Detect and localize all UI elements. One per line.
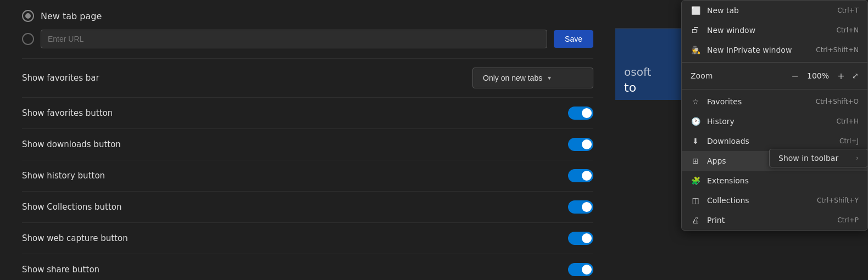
new-tab-icon: ⬜ xyxy=(691,5,700,15)
toggle-knob xyxy=(582,265,592,275)
show-web-capture-button-row: Show web capture button xyxy=(22,222,593,254)
show-collections-button-label: Show Collections button xyxy=(22,202,122,212)
menu-item-inprivate[interactable]: 🕵 New InPrivate window Ctrl+Shift+N xyxy=(682,40,867,60)
toggle-knob xyxy=(582,202,592,212)
history-button-toggle[interactable] xyxy=(568,169,593,182)
new-window-shortcut: Ctrl+N xyxy=(837,26,859,34)
show-share-button-label: Show share button xyxy=(22,265,99,275)
show-history-button-label: Show history button xyxy=(22,171,105,181)
settings-panel: New tab page Save Show favorites bar Onl… xyxy=(0,0,615,280)
favorites-bar-dropdown[interactable]: Only on new tabs ▾ xyxy=(472,68,593,88)
downloads-button-toggle[interactable] xyxy=(568,138,593,151)
new-tab-label: New tab page xyxy=(41,11,102,21)
print-menu-label: Print xyxy=(707,216,831,225)
collections-shortcut: Ctrl+Shift+Y xyxy=(817,197,859,204)
print-shortcut: Ctrl+P xyxy=(837,216,859,224)
favorites-button-toggle[interactable] xyxy=(568,107,593,120)
chevron-down-icon: ▾ xyxy=(548,74,551,82)
new-window-icon: 🗗 xyxy=(691,25,700,35)
inprivate-shortcut: Ctrl+Shift+N xyxy=(816,46,859,54)
menu-divider-2 xyxy=(682,89,867,89)
menu-item-favorites[interactable]: ☆ Favorites Ctrl+Shift+O xyxy=(682,92,867,111)
show-downloads-button-row: Show downloads button xyxy=(22,128,593,160)
show-favorites-bar-row: Show favorites bar Only on new tabs ▾ xyxy=(22,58,593,97)
toggle-knob xyxy=(582,108,592,118)
show-in-toolbar-label: Show in toolbar xyxy=(778,154,838,163)
extensions-menu-label: Extensions xyxy=(707,176,859,185)
apps-icon: ⊞ xyxy=(691,156,700,166)
new-window-menu-label: New window xyxy=(707,26,830,35)
collections-icon: ◫ xyxy=(691,195,700,205)
show-web-capture-button-label: Show web capture button xyxy=(22,233,128,243)
context-menu: ⬜ New tab Ctrl+T 🗗 New window Ctrl+N 🕵 N… xyxy=(681,0,868,231)
new-tab-row: New tab page xyxy=(22,0,593,30)
url-row: Save xyxy=(22,30,593,58)
zoom-plus-button[interactable]: + xyxy=(834,69,848,82)
toggle-knob xyxy=(582,171,592,181)
show-favorites-button-label: Show favorites button xyxy=(22,108,113,118)
menu-divider-1 xyxy=(682,62,867,63)
favorites-shortcut: Ctrl+Shift+O xyxy=(816,98,859,105)
downloads-icon: ⬇ xyxy=(691,136,700,146)
zoom-label: Zoom xyxy=(691,71,784,80)
favorites-icon: ☆ xyxy=(691,97,700,107)
save-button[interactable]: Save xyxy=(554,30,593,48)
zoom-percent-value: 100% xyxy=(806,71,830,80)
collections-menu-label: Collections xyxy=(707,196,810,205)
show-downloads-button-label: Show downloads button xyxy=(22,139,121,149)
collections-button-toggle[interactable] xyxy=(568,200,593,214)
right-panel: 🧩 ☆ 🕐 ⊞ ✂ ↗ ··· osoft to ⬜ New tab Ctrl+… xyxy=(615,0,868,280)
new-tab-radio[interactable] xyxy=(22,10,34,22)
share-button-toggle[interactable] xyxy=(568,263,593,276)
extensions-icon: 🧩 xyxy=(691,176,700,186)
history-icon: 🕐 xyxy=(691,116,700,126)
menu-item-history[interactable]: 🕐 History Ctrl+H xyxy=(682,111,867,131)
print-icon: 🖨 xyxy=(691,215,700,225)
url-radio[interactable] xyxy=(22,33,34,45)
menu-item-new-window[interactable]: 🗗 New window Ctrl+N xyxy=(682,20,867,40)
downloads-shortcut: Ctrl+J xyxy=(839,137,859,145)
history-shortcut: Ctrl+H xyxy=(837,117,859,125)
show-favorites-button-row: Show favorites button xyxy=(22,97,593,128)
inprivate-icon: 🕵 xyxy=(691,45,700,55)
new-tab-shortcut: Ctrl+T xyxy=(837,7,859,14)
menu-item-extensions[interactable]: 🧩 Extensions xyxy=(682,171,867,191)
menu-item-new-tab[interactable]: ⬜ New tab Ctrl+T xyxy=(682,1,867,20)
new-tab-menu-label: New tab xyxy=(707,6,831,15)
show-in-toolbar-popup: Show in toolbar › xyxy=(769,149,868,167)
zoom-row: Zoom − 100% + ⤢ xyxy=(682,65,867,87)
menu-item-collections[interactable]: ◫ Collections Ctrl+Shift+Y xyxy=(682,191,867,210)
menu-item-print[interactable]: 🖨 Print Ctrl+P xyxy=(682,210,867,230)
to-text: to xyxy=(624,81,651,94)
inprivate-menu-label: New InPrivate window xyxy=(707,46,809,54)
show-collections-button-row: Show Collections button xyxy=(22,191,593,222)
favorites-menu-label: Favorites xyxy=(707,97,809,106)
history-menu-label: History xyxy=(707,117,830,126)
menu-item-downloads[interactable]: ⬇ Downloads Ctrl+J xyxy=(682,131,867,151)
ms-text: osoft xyxy=(624,65,651,79)
favorites-bar-option-label: Only on new tabs xyxy=(483,74,542,82)
zoom-expand-icon[interactable]: ⤢ xyxy=(852,71,859,80)
web-capture-button-toggle[interactable] xyxy=(568,232,593,245)
show-history-button-row: Show history button xyxy=(22,160,593,191)
toggle-knob xyxy=(582,233,592,243)
show-share-button-row: Show share button xyxy=(22,254,593,280)
downloads-menu-label: Downloads xyxy=(707,137,833,145)
show-in-toolbar-arrow: › xyxy=(856,154,859,162)
radio-inner xyxy=(25,13,31,19)
zoom-minus-button[interactable]: − xyxy=(788,69,802,82)
toggle-knob xyxy=(582,139,592,149)
show-favorites-bar-label: Show favorites bar xyxy=(22,73,99,83)
url-input[interactable] xyxy=(41,30,547,48)
menu-item-apps[interactable]: ⊞ Apps › Show in toolbar › xyxy=(682,151,867,171)
